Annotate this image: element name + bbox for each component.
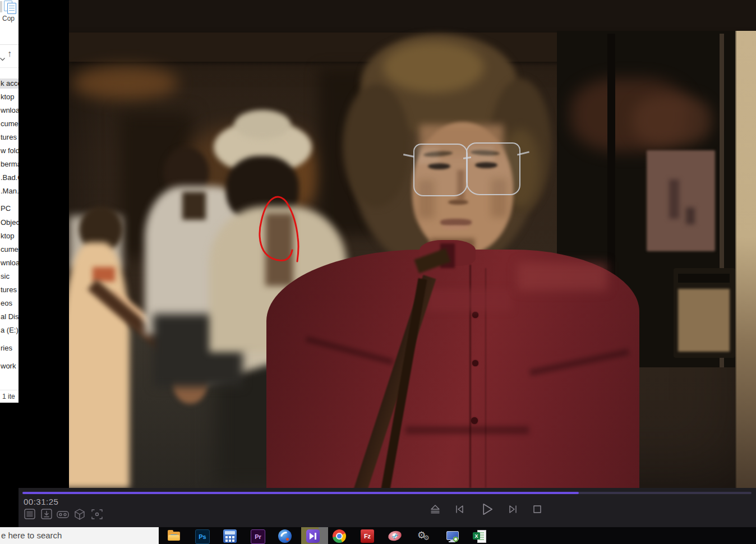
explorer-status-bar: 1 ite bbox=[2, 393, 15, 400]
scene-child-body bbox=[69, 242, 130, 488]
sidebar-item[interactable]: eos bbox=[1, 298, 19, 308]
download-icon[interactable] bbox=[40, 508, 54, 522]
shirt-button bbox=[472, 360, 478, 366]
glasses-right-lens bbox=[466, 142, 520, 195]
chrome-icon[interactable] bbox=[333, 529, 346, 543]
glasses-bridge bbox=[463, 156, 471, 159]
scene-polo-man-shirt bbox=[145, 186, 251, 335]
bag-strap bbox=[352, 275, 436, 488]
scene-child-hair bbox=[79, 206, 123, 252]
shirt-collar bbox=[420, 240, 476, 266]
taskbar: e here to search bbox=[0, 527, 756, 544]
next-button[interactable] bbox=[507, 503, 519, 518]
settings-gears-icon[interactable]: ⚙ ⚙ bbox=[417, 529, 431, 543]
scene-hat-person-hair bbox=[226, 156, 299, 223]
file-explorer-window: Cop ↑ k acce ktop wnloa cumer tures w fo… bbox=[0, 0, 19, 403]
scene-hat bbox=[214, 121, 312, 174]
scene-person-left-shirt bbox=[69, 216, 122, 269]
sidebar-item-this-pc[interactable]: PC bbox=[1, 204, 19, 214]
scene-soffit bbox=[69, 33, 756, 62]
sidebar-item[interactable]: sic bbox=[1, 271, 19, 282]
scene-trash-can bbox=[674, 268, 735, 358]
playback-time: 00:31:25 bbox=[24, 497, 58, 506]
vr-goggles-icon[interactable] bbox=[57, 508, 70, 522]
seek-fill bbox=[22, 492, 579, 494]
excel-icon[interactable]: X bbox=[473, 529, 486, 543]
woman-eye-right bbox=[475, 162, 497, 168]
shirt-button bbox=[472, 312, 478, 318]
sidebar-item[interactable]: ktop bbox=[1, 231, 19, 241]
eject-button[interactable] bbox=[429, 503, 441, 518]
snapshot-focus-icon[interactable] bbox=[91, 508, 104, 522]
red-scribble-annotation bbox=[69, 0, 756, 488]
taskbar-search-input[interactable]: e here to search bbox=[0, 527, 159, 544]
desktop: Cop ↑ k acce ktop wnloa cumer tures w fo… bbox=[0, 0, 756, 544]
playlist-icon[interactable] bbox=[24, 508, 37, 522]
sidebar-item[interactable]: wnloa bbox=[1, 258, 19, 268]
ribbon-icon-fragment bbox=[0, 1, 2, 12]
sidebar-item[interactable]: a (E:) bbox=[1, 325, 19, 335]
disc-cutter-icon[interactable]: ✂ bbox=[388, 529, 402, 543]
sidebar-item[interactable]: Objec bbox=[1, 218, 19, 228]
copy-button-label: Cop bbox=[2, 15, 15, 22]
play-button[interactable] bbox=[478, 501, 495, 520]
blue-round-app-icon[interactable] bbox=[278, 529, 292, 543]
sidebar-item-libraries[interactable]: ries bbox=[1, 343, 19, 353]
sidebar-item[interactable]: wnloa bbox=[1, 105, 19, 116]
sidebar-item[interactable]: .Man. bbox=[1, 186, 19, 196]
scene-white-sleeve bbox=[183, 322, 328, 389]
sidebar-item[interactable]: ktop bbox=[1, 92, 19, 102]
scene-roof bbox=[69, 0, 756, 33]
video-player-window: 00:31:25 bbox=[19, 0, 756, 527]
woman-mouth bbox=[440, 219, 472, 226]
woman-eye-left bbox=[428, 163, 450, 169]
scene-window-poster bbox=[647, 150, 715, 251]
woman-nose bbox=[448, 200, 468, 205]
woman-face bbox=[412, 122, 513, 254]
photoshop-icon[interactable]: Ps bbox=[195, 529, 209, 543]
woman-neck bbox=[431, 240, 474, 275]
sidebar-item[interactable]: tures bbox=[1, 132, 19, 142]
sidebar-item[interactable]: cumer bbox=[1, 119, 19, 129]
scene-clasped-hands bbox=[173, 362, 208, 404]
glasses-left-lens bbox=[413, 144, 468, 196]
woman-eyebrow-left bbox=[423, 150, 453, 158]
video-frame[interactable] bbox=[69, 0, 756, 488]
shirt-button bbox=[471, 417, 478, 424]
sidebar-item-quick-access[interactable]: k acce bbox=[0, 79, 19, 89]
scene-polo-man-head bbox=[163, 147, 209, 199]
scene-dark-arm bbox=[87, 279, 186, 367]
sidebar-item[interactable]: .Bad.C bbox=[1, 173, 19, 183]
sidebar-item[interactable]: w fold bbox=[1, 146, 19, 156]
3d-cube-icon[interactable] bbox=[73, 508, 87, 522]
scene-storefront-glass bbox=[557, 31, 735, 367]
sidebar-item-network[interactable]: work bbox=[1, 361, 19, 371]
sidebar-item[interactable]: cumer bbox=[1, 245, 19, 255]
premiere-icon[interactable]: Pr bbox=[251, 529, 264, 543]
woman-eyebrow-right bbox=[471, 150, 500, 156]
search-text: e here to search bbox=[1, 527, 62, 544]
remote-desktop-icon[interactable] bbox=[445, 529, 459, 543]
sidebar-item[interactable]: berman bbox=[1, 159, 19, 169]
bag-strap bbox=[380, 278, 427, 488]
previous-button[interactable] bbox=[453, 503, 465, 518]
seek-bar[interactable] bbox=[22, 492, 752, 494]
file-explorer-icon[interactable] bbox=[167, 529, 181, 543]
stop-button[interactable] bbox=[531, 503, 543, 518]
scene-hat-person-blouse bbox=[209, 206, 347, 352]
woman-hair bbox=[352, 53, 537, 272]
potplayer-icon[interactable] bbox=[306, 529, 320, 543]
scene-right-wall bbox=[735, 31, 756, 488]
filezilla-icon[interactable]: Fz bbox=[361, 529, 374, 543]
calculator-icon[interactable] bbox=[223, 529, 237, 543]
sidebar-item[interactable]: tures bbox=[1, 285, 19, 295]
sidebar-item[interactable]: al Disk bbox=[1, 312, 19, 322]
woman-red-shirt bbox=[266, 250, 639, 488]
player-control-bar: 00:31:25 bbox=[19, 488, 756, 527]
chevron-down-icon[interactable] bbox=[0, 53, 5, 63]
up-arrow-button[interactable]: ↑ bbox=[7, 49, 12, 59]
